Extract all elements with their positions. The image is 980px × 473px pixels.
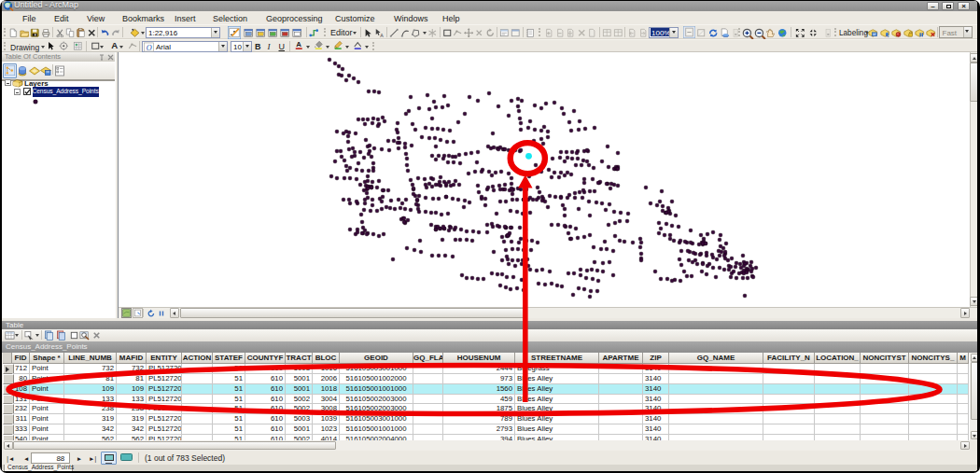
svg-text:A: A	[111, 40, 118, 50]
svg-text:N: N	[886, 33, 889, 37]
svg-text:A: A	[296, 40, 301, 49]
svg-text:A: A	[380, 32, 384, 37]
svg-text:O: O	[147, 44, 152, 52]
